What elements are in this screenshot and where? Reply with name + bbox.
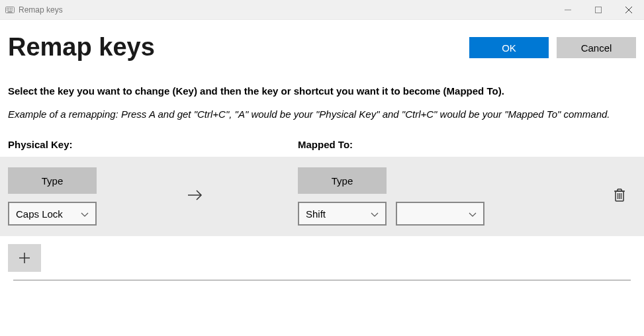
physical-key-header: Physical Key: bbox=[8, 139, 298, 150]
svg-rect-3 bbox=[10, 8, 11, 9]
chevron-down-icon bbox=[81, 208, 89, 220]
minimize-button[interactable] bbox=[553, 0, 583, 20]
divider bbox=[13, 280, 631, 280]
mapped-key-dropdown[interactable]: Shift bbox=[298, 202, 387, 226]
physical-type-button[interactable]: Type bbox=[8, 167, 97, 194]
svg-rect-8 bbox=[12, 9, 13, 11]
mapped-type-button[interactable]: Type bbox=[298, 167, 387, 194]
mapping-row: Type Caps Lock Type Shift bbox=[0, 157, 644, 236]
chevron-down-icon bbox=[469, 208, 477, 220]
cancel-button[interactable]: Cancel bbox=[557, 37, 636, 58]
arrow-right-icon bbox=[187, 187, 204, 206]
page-title: Remap keys bbox=[8, 33, 155, 62]
physical-key-dropdown[interactable]: Caps Lock bbox=[8, 202, 97, 226]
svg-rect-4 bbox=[12, 8, 13, 9]
physical-key-value: Caps Lock bbox=[16, 208, 63, 220]
mapped-extra-dropdown[interactable] bbox=[396, 202, 484, 226]
svg-rect-1 bbox=[7, 8, 8, 9]
titlebar: Remap keys bbox=[0, 0, 644, 20]
maximize-button[interactable] bbox=[583, 0, 614, 20]
svg-rect-2 bbox=[9, 8, 10, 9]
svg-rect-7 bbox=[10, 9, 11, 11]
plus-icon bbox=[18, 251, 31, 265]
svg-rect-11 bbox=[596, 7, 602, 13]
svg-rect-6 bbox=[9, 9, 10, 11]
keyboard-icon bbox=[5, 7, 15, 13]
svg-rect-5 bbox=[7, 9, 8, 11]
instruction-main: Select the key you want to change (Key) … bbox=[8, 84, 636, 99]
svg-rect-9 bbox=[8, 11, 13, 13]
instruction-example: Example of a remapping: Press A and get … bbox=[8, 107, 636, 122]
ok-button[interactable]: OK bbox=[469, 37, 549, 58]
mapped-key-value: Shift bbox=[306, 208, 326, 220]
mapped-to-header: Mapped To: bbox=[298, 139, 353, 150]
chevron-down-icon bbox=[371, 208, 379, 220]
add-mapping-button[interactable] bbox=[8, 244, 41, 272]
window-title: Remap keys bbox=[19, 5, 63, 15]
close-button[interactable] bbox=[614, 0, 644, 20]
delete-row-button[interactable] bbox=[613, 188, 626, 205]
